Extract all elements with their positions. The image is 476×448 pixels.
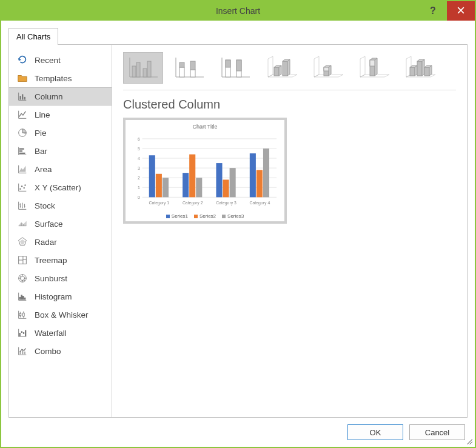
svg-rect-19 [22,313,24,316]
line-chart-icon [16,109,28,121]
sidebar-item-radar[interactable]: Radar [9,233,112,251]
svg-rect-15 [21,295,22,299]
svg-rect-45 [410,67,415,76]
legend-series2: Series2 [194,213,216,219]
sidebar-item-stock[interactable]: Stock [9,196,112,215]
svg-rect-2 [24,97,25,100]
dialog-footer: OK Cancel [1,418,475,447]
svg-text:2: 2 [138,176,140,180]
sidebar-item-label: Stock [35,201,55,210]
sidebar-item-column[interactable]: Column [9,87,112,105]
subtype-100-stacked-column[interactable] [215,52,255,84]
resize-grip[interactable] [465,437,472,444]
svg-rect-32 [179,62,184,67]
sidebar-item-pie[interactable]: Pie [9,124,112,142]
chart-subtype-title: Clustered Column [123,98,456,112]
svg-rect-30 [147,61,151,77]
scatter-chart-icon [16,181,28,193]
help-button[interactable]: ? [419,1,447,21]
sidebar-item-line[interactable]: Line [9,105,112,124]
svg-rect-66 [183,173,189,197]
svg-rect-34 [190,61,195,70]
chart-preview-plot: 0123456Category 1Category 2Category 3Cat… [130,132,280,212]
combo-chart-icon [16,345,28,357]
sunburst-chart-icon [16,272,28,284]
svg-text:6: 6 [138,137,140,141]
sidebar-item-surface[interactable]: Surface [9,215,112,233]
stock-chart-icon [16,199,28,212]
svg-rect-33 [190,70,195,77]
sidebar-item-treemap[interactable]: Treemap [9,251,112,269]
svg-rect-29 [143,69,147,77]
bar-chart-icon [16,145,28,157]
svg-text:Category 3: Category 3 [216,201,236,206]
svg-rect-0 [20,96,21,99]
subtype-stacked-column[interactable] [169,52,209,84]
ok-button[interactable]: OK [347,424,403,440]
svg-rect-20 [19,333,21,336]
svg-rect-44 [370,60,375,66]
svg-point-10 [24,184,25,186]
svg-rect-6 [19,153,25,154]
sidebar-item-label: Surface [35,219,63,229]
sidebar-item-bar[interactable]: Bar [9,142,112,160]
subtype-3d-clustered-column[interactable] [261,52,301,84]
dialog-body: All Charts RecentTemplatesColumnLinePieB… [1,21,475,418]
svg-rect-36 [226,60,230,67]
help-icon: ? [430,5,436,16]
waterfall-chart-icon [16,327,28,339]
subtype-clustered-column[interactable] [123,52,163,84]
svg-rect-16 [22,296,24,299]
tab-all-charts[interactable]: All Charts [8,28,58,45]
sidebar-item-sunburst[interactable]: Sunburst [9,269,112,287]
sidebar-item-histogram[interactable]: Histogram [9,287,112,306]
svg-rect-42 [324,67,329,71]
sidebar-item-label: Histogram [35,292,72,301]
sidebar-item-combo[interactable]: Combo [9,342,112,360]
titlebar: Insert Chart ? [1,1,475,21]
sidebar-item-xy[interactable]: X Y (Scatter) [9,178,112,196]
sidebar-item-area[interactable]: Area [9,160,112,178]
close-button[interactable] [447,1,475,21]
svg-point-8 [21,186,22,187]
sidebar-item-label: Area [35,165,52,174]
chart-preview-legend: Series1 Series2 Series3 [166,213,244,219]
sidebar-item-label: X Y (Scatter) [35,183,81,192]
window-controls: ? [419,1,475,21]
close-icon [457,6,464,16]
svg-rect-31 [179,67,184,77]
tab-label: All Charts [16,32,50,41]
sidebar-item-recent[interactable]: Recent [9,51,112,69]
cancel-button[interactable]: Cancel [409,424,465,440]
main-panel: Clustered Column Chart Title 0123456Cate… [112,45,467,417]
treemap-chart-icon [16,254,28,266]
sidebar-item-waterfall[interactable]: Waterfall [9,324,112,342]
svg-rect-5 [19,150,22,152]
sidebar-item-label: Waterfall [35,329,67,338]
svg-text:Category 1: Category 1 [149,201,170,206]
subtype-3d-100-stacked-column[interactable] [354,52,394,84]
svg-rect-67 [189,155,195,198]
svg-rect-76 [263,149,269,197]
subtype-3d-stacked-column[interactable] [307,52,347,84]
subtype-3d-column[interactable] [400,52,440,84]
svg-rect-64 [163,178,169,197]
sidebar-item-boxwhisker[interactable]: Box & Whisker [9,306,112,324]
chart-preview[interactable]: Chart Title 0123456Category 1Category 2C… [123,118,287,224]
svg-rect-17 [24,298,26,300]
svg-rect-25 [22,350,23,354]
chart-category-sidebar: RecentTemplatesColumnLinePieBarAreaX Y (… [9,45,112,417]
svg-rect-75 [256,170,263,197]
sidebar-item-label: Pie [35,129,47,138]
sidebar-item-label: Recent [35,56,61,65]
surface-chart-icon [16,218,28,230]
insert-chart-dialog: Insert Chart ? All Charts RecentTemplate… [0,0,476,448]
sidebar-item-label: Column [35,92,63,101]
histogram-chart-icon [16,290,28,303]
chart-subtype-row [123,52,456,90]
pie-chart-icon [16,127,28,139]
sidebar-item-label: Templates [35,74,72,83]
svg-point-7 [19,189,21,190]
svg-rect-40 [283,61,287,76]
sidebar-item-templates[interactable]: Templates [9,69,112,87]
